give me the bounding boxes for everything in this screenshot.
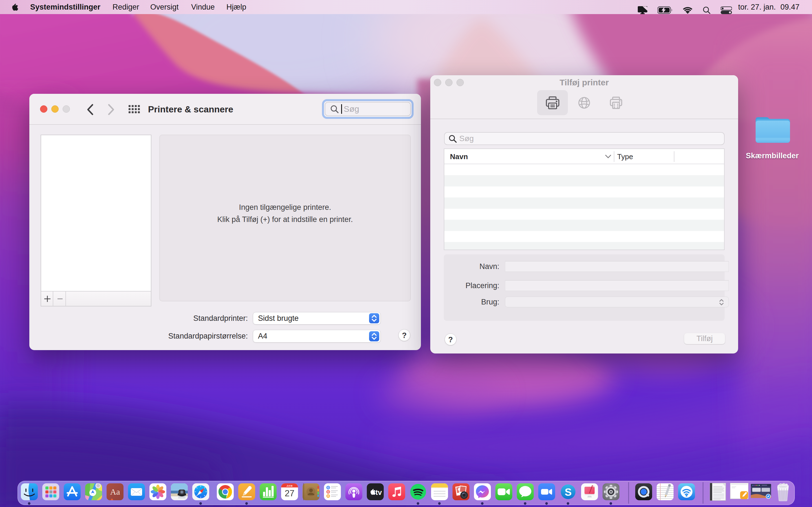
- svg-text:JAN: JAN: [287, 484, 293, 487]
- svg-text:tv: tv: [375, 488, 382, 497]
- svg-text:Aa: Aa: [110, 487, 120, 496]
- svg-text:27: 27: [285, 489, 294, 498]
- svg-text:S: S: [565, 487, 572, 498]
